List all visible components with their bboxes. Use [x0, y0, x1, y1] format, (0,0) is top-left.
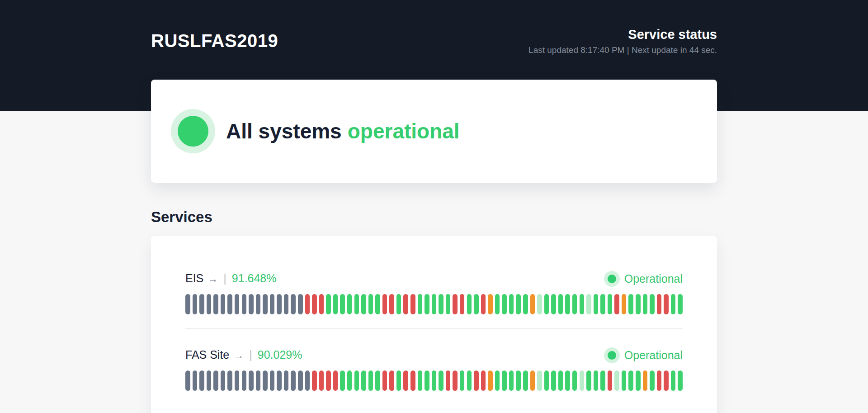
uptime-bar[interactable] [530, 294, 535, 314]
uptime-bar[interactable] [474, 370, 479, 391]
uptime-bar[interactable] [403, 294, 408, 314]
uptime-bar[interactable] [643, 370, 648, 391]
uptime-bar[interactable] [608, 370, 613, 391]
uptime-bar[interactable] [425, 370, 429, 391]
uptime-bar[interactable] [193, 370, 198, 391]
uptime-bars[interactable] [185, 294, 683, 314]
uptime-bar[interactable] [671, 294, 676, 314]
uptime-bar[interactable] [382, 370, 387, 391]
uptime-bar[interactable] [249, 370, 254, 391]
uptime-bar[interactable] [657, 294, 662, 314]
uptime-bar[interactable] [326, 370, 331, 391]
uptime-bar[interactable] [382, 294, 387, 314]
uptime-bar[interactable] [263, 370, 268, 391]
uptime-bar[interactable] [572, 370, 577, 391]
uptime-bar[interactable] [284, 294, 289, 314]
uptime-bar[interactable] [643, 294, 648, 314]
uptime-bar[interactable] [277, 294, 282, 314]
uptime-bar[interactable] [368, 370, 373, 391]
uptime-bar[interactable] [354, 370, 359, 391]
uptime-bar[interactable] [558, 370, 563, 391]
uptime-bar[interactable] [460, 370, 465, 391]
uptime-bar[interactable] [389, 294, 394, 314]
uptime-bar[interactable] [291, 294, 296, 314]
uptime-bar[interactable] [193, 294, 198, 314]
uptime-bar[interactable] [594, 294, 599, 314]
uptime-bar[interactable] [312, 370, 317, 391]
uptime-bar[interactable] [474, 294, 479, 314]
uptime-bar[interactable] [298, 294, 303, 314]
uptime-bar[interactable] [199, 370, 204, 391]
uptime-bar[interactable] [481, 370, 486, 391]
uptime-bar[interactable] [551, 370, 556, 391]
uptime-bar[interactable] [396, 370, 401, 391]
uptime-bar[interactable] [221, 370, 226, 391]
uptime-bar[interactable] [185, 294, 190, 314]
uptime-bar[interactable] [227, 370, 232, 391]
uptime-bar[interactable] [678, 370, 683, 391]
uptime-bar[interactable] [628, 294, 633, 314]
uptime-bar[interactable] [403, 370, 408, 391]
uptime-bar[interactable] [319, 294, 324, 314]
uptime-bar[interactable] [495, 294, 500, 314]
uptime-bar[interactable] [657, 370, 662, 391]
uptime-bar[interactable] [502, 294, 507, 314]
uptime-bar[interactable] [551, 294, 556, 314]
uptime-bar[interactable] [340, 370, 345, 391]
uptime-bar[interactable] [235, 294, 240, 314]
service-link-fas-site[interactable]: FAS Site → | 90.029% [185, 348, 302, 362]
uptime-bar[interactable] [446, 370, 451, 391]
uptime-bar[interactable] [213, 294, 218, 314]
uptime-bar[interactable] [453, 370, 458, 391]
uptime-bar[interactable] [481, 294, 486, 314]
uptime-bar[interactable] [354, 294, 359, 314]
uptime-bar[interactable] [495, 370, 500, 391]
uptime-bar[interactable] [263, 294, 268, 314]
uptime-bar[interactable] [298, 370, 303, 391]
uptime-bar[interactable] [439, 294, 443, 314]
uptime-bar[interactable] [432, 294, 437, 314]
uptime-bar[interactable] [650, 294, 655, 314]
uptime-bar[interactable] [565, 294, 570, 314]
uptime-bar[interactable] [600, 294, 605, 314]
uptime-bar[interactable] [347, 370, 352, 391]
uptime-bar[interactable] [312, 294, 317, 314]
uptime-bar[interactable] [523, 370, 528, 391]
uptime-bar[interactable] [242, 294, 247, 314]
uptime-bar[interactable] [537, 370, 542, 391]
uptime-bar[interactable] [509, 370, 514, 391]
uptime-bar[interactable] [242, 370, 247, 391]
uptime-bar[interactable] [446, 294, 451, 314]
uptime-bar[interactable] [291, 370, 296, 391]
uptime-bar[interactable] [628, 370, 633, 391]
uptime-bar[interactable] [185, 370, 190, 391]
uptime-bar[interactable] [375, 370, 380, 391]
uptime-bar[interactable] [333, 294, 338, 314]
uptime-bar[interactable] [439, 370, 443, 391]
uptime-bar[interactable] [530, 370, 535, 391]
uptime-bar[interactable] [410, 370, 415, 391]
uptime-bar[interactable] [347, 294, 352, 314]
uptime-bar[interactable] [277, 370, 282, 391]
uptime-bar[interactable] [467, 294, 472, 314]
uptime-bar[interactable] [453, 294, 458, 314]
uptime-bar[interactable] [235, 370, 240, 391]
uptime-bar[interactable] [305, 370, 310, 391]
service-link-eis[interactable]: EIS → | 91.648% [185, 271, 277, 286]
uptime-bar[interactable] [516, 370, 521, 391]
uptime-bar[interactable] [502, 370, 507, 391]
uptime-bar[interactable] [227, 294, 232, 314]
uptime-bar[interactable] [636, 294, 641, 314]
uptime-bar[interactable] [664, 370, 669, 391]
uptime-bars[interactable] [185, 370, 683, 391]
uptime-bar[interactable] [614, 294, 619, 314]
uptime-bar[interactable] [256, 370, 261, 391]
uptime-bar[interactable] [572, 294, 577, 314]
uptime-bar[interactable] [418, 294, 423, 314]
uptime-bar[interactable] [256, 294, 261, 314]
uptime-bar[interactable] [558, 294, 563, 314]
uptime-bar[interactable] [544, 294, 549, 314]
uptime-bar[interactable] [221, 294, 226, 314]
uptime-bar[interactable] [361, 294, 366, 314]
uptime-bar[interactable] [375, 294, 380, 314]
